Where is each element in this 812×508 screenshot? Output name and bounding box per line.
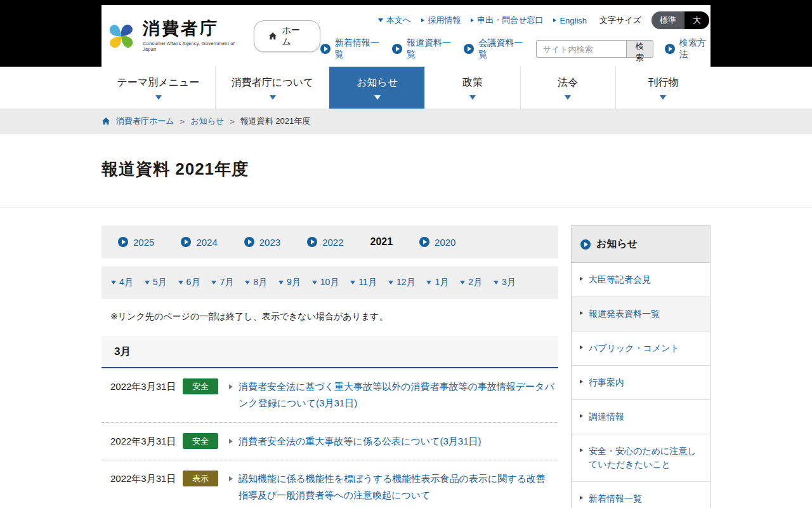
utility-link-label: 採用情報 — [428, 15, 461, 26]
caret-down-icon — [469, 95, 476, 100]
content: 2025 2024 2023 2022 2021 — [102, 225, 710, 508]
month-link-12[interactable]: 12月 — [388, 277, 416, 288]
sidebar-item-procurement[interactable]: 調達情報 — [572, 400, 710, 434]
month-link-4[interactable]: 4月 — [111, 277, 133, 288]
sidebar-item-label: 行事案内 — [589, 377, 624, 387]
tab-label: テーマ別メニュー — [117, 76, 200, 90]
year-label: 2024 — [196, 237, 217, 248]
month-link-1[interactable]: 1月 — [426, 277, 449, 288]
month-label: 6月 — [187, 277, 200, 288]
release-link[interactable]: 認知機能に係る機能性を標ぼうする機能性表示食品の表示に関する改善指導及び一般消費… — [239, 471, 554, 504]
release-link[interactable]: 消費者安全法の重大事故等に係る公表について(3月31日) — [239, 433, 554, 450]
sidebar-item-public-comment[interactable]: パブリック・コメント — [572, 331, 710, 366]
year-label: 2021 — [370, 236, 393, 248]
font-size-large-button[interactable]: 大 — [684, 11, 709, 29]
tab-label: 刊行物 — [648, 76, 678, 90]
main-column: 2025 2024 2023 2022 2021 — [102, 225, 558, 508]
new-info-list-link[interactable]: 新着情報一覧 — [320, 37, 381, 60]
tab-theme-menu[interactable]: テーマ別メニュー — [102, 67, 215, 109]
year-link-2025[interactable]: 2025 — [118, 237, 154, 248]
recruit-link[interactable]: 採用情報 — [421, 15, 461, 26]
release-date: 2022年3月31日 — [110, 378, 181, 395]
arrow-right-icon — [580, 496, 583, 500]
arrow-right-icon — [580, 414, 583, 418]
month-link-11[interactable]: 11月 — [350, 277, 377, 288]
font-size-standard-button[interactable]: 標準 — [652, 11, 684, 29]
caret-down-icon — [378, 18, 383, 22]
sidebar-item-new-info[interactable]: 新着情報一覧 — [572, 482, 710, 508]
month-link-9[interactable]: 9月 — [278, 277, 301, 288]
sidebar-item-label: 安全・安心のために注意していただきたいこと — [589, 446, 697, 469]
tab-about-agency[interactable]: 消費者庁について — [215, 67, 329, 109]
circle-arrow-icon — [392, 44, 402, 54]
header-utilities: 本文へ 採用情報 申出・問合せ窓口 English 文字サイズ — [320, 11, 710, 60]
disclaimer-note: ※リンク先のページの一部は終了し、表示できない場合があります。 — [110, 311, 558, 323]
year-link-2023[interactable]: 2023 — [244, 237, 280, 248]
month-link-10[interactable]: 10月 — [312, 277, 339, 288]
circle-arrow-icon — [118, 237, 128, 247]
caret-down-icon — [350, 281, 355, 284]
circle-arrow-icon — [665, 44, 675, 54]
release-row: 2022年3月31日 安全 消費者安全法に基づく重大事故等以外の消費者事故等の事… — [102, 368, 558, 423]
nav-inner: テーマ別メニュー 消費者庁について お知らせ 政策 法令 刊行物 — [102, 67, 710, 109]
main-navigation: テーマ別メニュー 消費者庁について お知らせ 政策 法令 刊行物 — [0, 67, 812, 109]
year-current-2021: 2021 — [370, 236, 393, 248]
search-help-link[interactable]: 検索方法 — [665, 37, 709, 60]
page: 消費者庁 Consumer Affairs Agency, Government… — [0, 0, 812, 508]
arrow-right-icon — [580, 448, 583, 452]
tab-policies[interactable]: 政策 — [424, 67, 520, 109]
month-label: 1月 — [435, 277, 449, 288]
page-title: 報道資料 2021年度 — [102, 134, 710, 207]
search-button[interactable]: 検索 — [626, 40, 653, 58]
month-link-5[interactable]: 5月 — [145, 277, 167, 288]
year-label: 2022 — [322, 237, 343, 248]
contact-link[interactable]: 申出・問合せ窓口 — [471, 15, 543, 26]
sidebar-item-label: 新着情報一覧 — [589, 493, 642, 504]
month-link-8[interactable]: 8月 — [245, 277, 267, 288]
tab-laws[interactable]: 法令 — [520, 67, 615, 109]
month-link-3[interactable]: 3月 — [494, 277, 516, 288]
utility-link-label: English — [560, 16, 587, 25]
english-link[interactable]: English — [553, 16, 587, 25]
sidebar-item-events[interactable]: 行事案内 — [572, 366, 710, 400]
year-link-2020[interactable]: 2020 — [419, 237, 455, 248]
tab-news[interactable]: お知らせ — [329, 67, 424, 109]
month-label: 3月 — [502, 277, 516, 288]
sidebar-item-safety-notice[interactable]: 安全・安心のために注意していただきたいこと — [572, 434, 710, 482]
month-link-6[interactable]: 6月 — [178, 277, 200, 288]
press-materials-list-link[interactable]: 報道資料一覧 — [392, 37, 452, 60]
caret-down-icon — [270, 95, 276, 100]
site-search-input[interactable] — [536, 40, 626, 58]
year-link-2024[interactable]: 2024 — [181, 237, 217, 248]
circle-arrow-icon — [244, 237, 254, 247]
skip-to-content-link[interactable]: 本文へ — [378, 15, 411, 26]
site-header: 消費者庁 Consumer Affairs Agency, Government… — [0, 0, 812, 67]
meeting-materials-list-link[interactable]: 会議資料一覧 — [464, 37, 524, 60]
home-button[interactable]: ホーム — [254, 20, 320, 52]
month-link-2[interactable]: 2月 — [460, 277, 482, 288]
caret-down-icon — [494, 281, 499, 284]
arrow-right-icon — [229, 439, 233, 444]
sidebar-title: お知らせ — [572, 226, 710, 263]
month-label: 4月 — [119, 277, 133, 288]
release-link[interactable]: 消費者安全法に基づく重大事故等以外の消費者事故等の事故情報データバンク登録につい… — [239, 378, 554, 412]
circle-arrow-icon — [464, 44, 474, 54]
circle-arrow-icon — [419, 237, 429, 247]
caret-down-icon — [426, 281, 431, 284]
agency-logo[interactable]: 消費者庁 Consumer Affairs Agency, Government… — [102, 20, 237, 52]
breadcrumb-news-link[interactable]: お知らせ — [190, 116, 224, 127]
circle-arrow-icon — [320, 44, 331, 54]
tab-publications[interactable]: 刊行物 — [615, 67, 710, 109]
tab-label: 消費者庁について — [232, 76, 314, 90]
sidebar-item-press-releases[interactable]: 報道発表資料一覧 — [572, 297, 710, 331]
arrow-right-icon — [580, 311, 583, 315]
breadcrumb: 消費者庁ホーム > お知らせ > 報道資料 2021年度 — [0, 109, 812, 134]
section-heading-march: 3月 — [102, 336, 558, 368]
logo-title: 消費者庁 — [143, 20, 237, 39]
year-link-2022[interactable]: 2022 — [307, 237, 343, 248]
breadcrumb-home-link[interactable]: 消費者庁ホーム — [116, 116, 174, 127]
sidebar-item-press-conference[interactable]: 大臣等記者会見 — [572, 263, 710, 297]
caret-down-icon — [374, 95, 381, 100]
month-link-7[interactable]: 7月 — [211, 277, 233, 288]
release-date: 2022年3月31日 — [110, 433, 181, 450]
